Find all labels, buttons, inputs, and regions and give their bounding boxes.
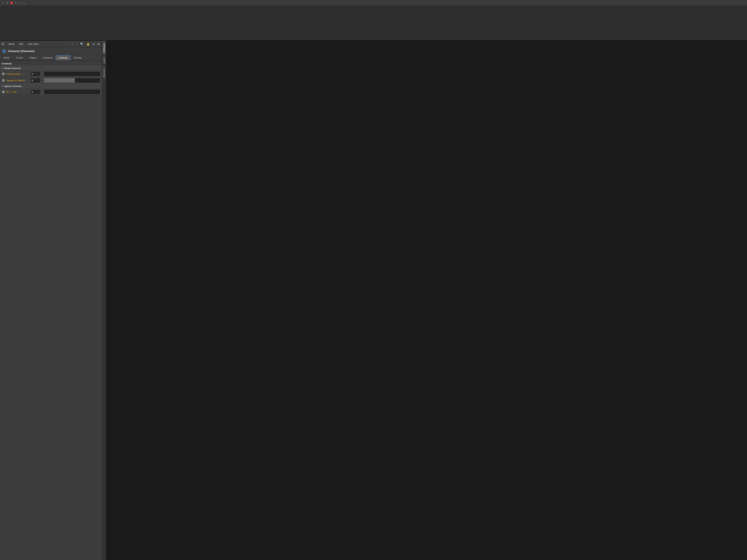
follow-chest-spinner[interactable]: ▲ ▼ <box>41 72 44 76</box>
right-tabs: Attributes Layers Structure <box>102 41 106 560</box>
squash-stretch-radio[interactable] <box>2 79 5 82</box>
tab-coord[interactable]: Coord. <box>13 55 26 60</box>
controls-section-label: Controls <box>0 61 102 66</box>
squash-stretch-label: Squash & Stretch <box>6 79 30 82</box>
head-controls-group-header[interactable]: ▼ Head Controls <box>0 66 102 71</box>
character-icon: 👤 <box>3 50 6 53</box>
attributes-panel: ☰ Mode Edit User Data ← → ↑ 🔍 🔒 ◎ ⊞ 👤 <box>0 41 102 560</box>
menu-bar: ☰ Mode Edit User Data ← → ↑ 🔍 🔒 ◎ ⊞ <box>0 41 102 47</box>
squash-stretch-slider[interactable] <box>44 78 100 83</box>
tab-hotspots[interactable]: Hotspots <box>40 55 55 60</box>
nav-forward-icon[interactable]: → <box>70 42 74 46</box>
follow-chest-row: Follow Chest ... ▲ ▼ <box>0 71 102 77</box>
toolbar-figure-icon: 🕴 <box>1 1 5 4</box>
squash-stretch-input-group: ▲ ▼ <box>30 78 100 83</box>
tabs-bar: Basic Coord. Object Hotspots Controls Di… <box>0 55 102 61</box>
follow-chest-radio[interactable] <box>2 73 5 75</box>
right-tab-attributes[interactable]: Attributes <box>102 41 106 55</box>
nav-expand-icon[interactable]: ⊞ <box>97 42 100 46</box>
squash-stretch-row: Squash & Stretch ▲ ▼ <box>0 77 102 84</box>
head-controls-title: Head Controls <box>4 67 21 70</box>
toolbar-grid-icon: ⠿ <box>15 1 17 4</box>
toolbar-dots-icon: • • <box>19 1 21 4</box>
squash-stretch-spinner[interactable]: ▲ ▼ <box>41 78 44 83</box>
ik-fk-spinner[interactable]: ▲ ▼ <box>41 89 44 94</box>
follow-chest-label: Follow Chest ... <box>6 73 30 75</box>
nav-up-icon[interactable]: ↑ <box>76 42 78 46</box>
squash-stretch-input[interactable] <box>30 78 41 83</box>
viewport-toolbar: 🕴 ⟳ ⠿ • • ⚠ <box>0 0 747 6</box>
ik-fk-radio[interactable] <box>2 90 5 93</box>
object-icon: 👤 <box>2 49 6 53</box>
right-tab-layers[interactable]: Layers <box>102 55 106 66</box>
tab-display[interactable]: Display <box>71 55 85 60</box>
follow-chest-input-group: ▲ ▼ <box>30 72 100 76</box>
squash-stretch-slider-fill <box>44 78 75 83</box>
toolbar-warning-icon: ⚠ <box>23 1 25 4</box>
ik-fk-row: IK <-> FK ▲ ▼ <box>0 89 102 95</box>
squash-stretch-spinner-down[interactable]: ▼ <box>41 80 43 83</box>
tab-basic[interactable]: Basic <box>1 55 13 60</box>
follow-chest-input[interactable] <box>30 72 41 76</box>
menu-userdata[interactable]: User Data <box>25 42 41 46</box>
nav-icons-group: ← → ↑ 🔍 🔒 ◎ ⊞ <box>65 42 101 46</box>
viewport-canvas <box>0 6 747 41</box>
toolbar-mode-icon: ⟳ <box>6 1 8 4</box>
tab-object[interactable]: Object <box>26 55 40 60</box>
object-title: Character [Character] <box>8 50 34 53</box>
ik-fk-spinner-down[interactable]: ▼ <box>41 92 43 94</box>
follow-chest-spinner-down[interactable]: ▼ <box>41 74 43 76</box>
head-controls-triangle: ▼ <box>2 67 4 69</box>
menu-edit[interactable]: Edit <box>17 42 25 46</box>
right-tab-structure[interactable]: Structure <box>102 66 106 80</box>
hamburger-icon[interactable]: ☰ <box>1 42 4 46</box>
nav-record-icon[interactable]: ◎ <box>92 42 96 46</box>
controls-content: Controls ▼ Head Controls Follow Chest ..… <box>0 61 102 560</box>
follow-chest-spinner-up[interactable]: ▲ <box>41 72 43 74</box>
object-header: 👤 Character [Character] <box>0 47 102 55</box>
squash-stretch-spinner-up[interactable]: ▲ <box>41 78 43 80</box>
menu-mode[interactable]: Mode <box>6 42 17 46</box>
spine-controls-triangle: ▼ <box>2 85 4 87</box>
spine-controls-group-header[interactable]: ▼ Spine Controls <box>0 84 102 89</box>
toolbar-lock-icon[interactable] <box>10 2 13 4</box>
ik-fk-spinner-up[interactable]: ▲ <box>41 90 43 92</box>
ik-fk-input-group: ▲ ▼ <box>30 89 100 94</box>
nav-search-icon[interactable]: 🔍 <box>80 42 84 46</box>
nav-lock-icon[interactable]: 🔒 <box>86 42 91 46</box>
spine-controls-title: Spine Controls <box>4 85 22 87</box>
follow-chest-slider[interactable] <box>44 72 100 76</box>
ik-fk-label: IK <-> FK <box>6 90 30 93</box>
viewport-area: 🕴 ⟳ ⠿ • • ⚠ <box>0 0 747 41</box>
nav-back-icon[interactable]: ← <box>65 42 69 46</box>
ik-fk-slider[interactable] <box>44 89 100 94</box>
tab-controls[interactable]: Controls <box>56 55 71 60</box>
ik-fk-input[interactable] <box>30 89 41 94</box>
